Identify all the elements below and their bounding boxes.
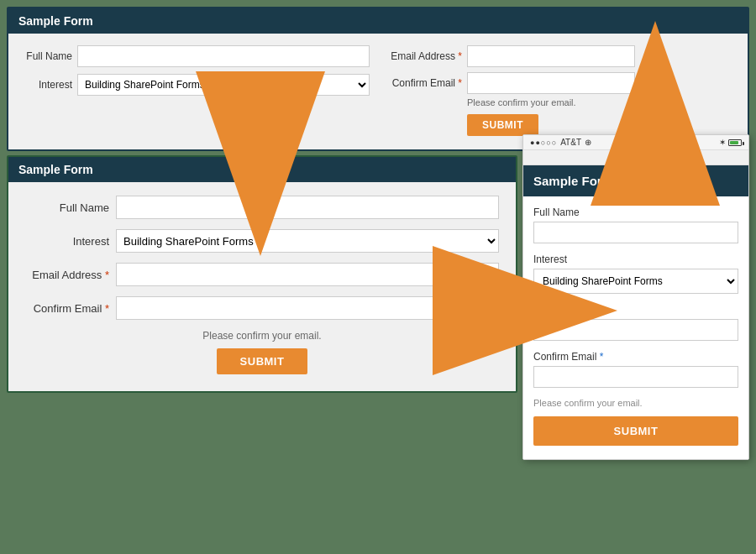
mobile-hint: Please confirm your email.	[533, 398, 738, 408]
mobile-url: kintivo.com	[622, 153, 664, 162]
bl-fullname-input[interactable]	[116, 196, 499, 219]
mobile-fullname-input[interactable]	[533, 222, 738, 243]
mobile-confirm-input[interactable]	[533, 366, 738, 388]
mobile-interest-label: Interest	[533, 253, 738, 265]
bl-hint: Please confirm your email.	[25, 330, 499, 342]
bl-fullname-row: Full Name	[25, 196, 499, 219]
top-interest-select[interactable]: Building SharePoint Forms	[77, 74, 370, 96]
top-email-row: Email Address *	[386, 45, 734, 67]
bl-confirm-row: Confirm Email *	[25, 296, 499, 320]
mobile-form-wrapper: ●●○○○ AT&T ⊕ 4:21 PM ✶ 🔒 kintivo.com Sam…	[522, 134, 749, 460]
top-fullname-row: Full Name	[22, 45, 370, 67]
mobile-time: 4:21 PM	[639, 138, 671, 147]
bl-confirm-input[interactable]	[116, 296, 499, 320]
mobile-submit-button[interactable]: SUBMIT	[533, 416, 738, 446]
bl-confirm-label: Confirm Email *	[25, 302, 109, 315]
mobile-email-input[interactable]	[533, 319, 738, 341]
bl-interest-select[interactable]: Building SharePoint Forms	[116, 229, 499, 253]
top-form-right: Email Address * Confirm Email * Please c…	[386, 45, 734, 136]
top-interest-label: Interest	[22, 79, 72, 91]
top-submit-button[interactable]: SUBMIT	[467, 114, 538, 136]
top-form-header: Sample Form	[8, 8, 748, 34]
mobile-form-body: Full Name Interest Building SharePoint F…	[523, 196, 748, 459]
wifi-icon: ⊕	[585, 138, 591, 147]
top-form: Sample Form Full Name Interest Building …	[7, 7, 749, 151]
top-confirm-input[interactable]	[467, 72, 635, 94]
top-submit-row: SUBMIT	[467, 111, 734, 136]
top-confirm-label: Confirm Email *	[386, 77, 462, 89]
mobile-email-label: Email Address *	[533, 304, 738, 316]
signal-icon: ●●○○○	[530, 138, 557, 147]
carrier-label: AT&T	[560, 138, 581, 147]
bl-fullname-label: Full Name	[25, 201, 109, 214]
mobile-status-bar: ●●○○○ AT&T ⊕ 4:21 PM ✶	[523, 135, 748, 150]
bottom-left-form-title: Sample Form	[18, 163, 93, 176]
top-form-title: Sample Form	[18, 14, 93, 28]
mobile-status-right: ✶	[719, 138, 742, 147]
bl-email-label: Email Address *	[25, 269, 109, 281]
bluetooth-icon: ✶	[719, 138, 726, 147]
mobile-form-title: Sample Form	[533, 174, 613, 188]
top-fullname-label: Full Name	[22, 50, 72, 62]
top-confirm-row: Confirm Email *	[386, 72, 734, 94]
top-hint: Please confirm your email.	[467, 97, 734, 107]
mobile-url-bar: 🔒 kintivo.com	[523, 150, 748, 165]
mobile-form-header: Sample Form	[523, 165, 748, 196]
top-form-body: Full Name Interest Building SharePoint F…	[8, 34, 748, 149]
bottom-left-form-header: Sample Form	[8, 157, 516, 182]
bottom-left-form: Sample Form Full Name Interest Building …	[7, 155, 517, 393]
top-email-label: Email Address *	[386, 50, 462, 62]
mobile-confirm-label: Confirm Email *	[533, 351, 738, 363]
top-fullname-input[interactable]	[77, 45, 370, 67]
bl-interest-label: Interest	[25, 235, 109, 248]
lock-icon: 🔒	[608, 153, 618, 162]
bottom-left-form-body: Full Name Interest Building SharePoint F…	[8, 182, 516, 391]
top-email-input[interactable]	[467, 45, 635, 67]
top-form-left: Full Name Interest Building SharePoint F…	[22, 45, 370, 136]
mobile-interest-select[interactable]: Building SharePoint Forms	[533, 269, 738, 294]
battery-icon	[728, 138, 742, 147]
bl-email-input[interactable]	[116, 263, 499, 286]
mobile-status-left: ●●○○○ AT&T ⊕	[530, 138, 591, 147]
mobile-fullname-label: Full Name	[533, 206, 738, 218]
bl-interest-row: Interest Building SharePoint Forms	[25, 229, 499, 253]
bl-email-row: Email Address *	[25, 263, 499, 286]
bl-submit-button[interactable]: SUBMIT	[217, 348, 308, 374]
bl-submit-row: SUBMIT	[25, 348, 499, 374]
top-interest-row: Interest Building SharePoint Forms	[22, 74, 370, 96]
